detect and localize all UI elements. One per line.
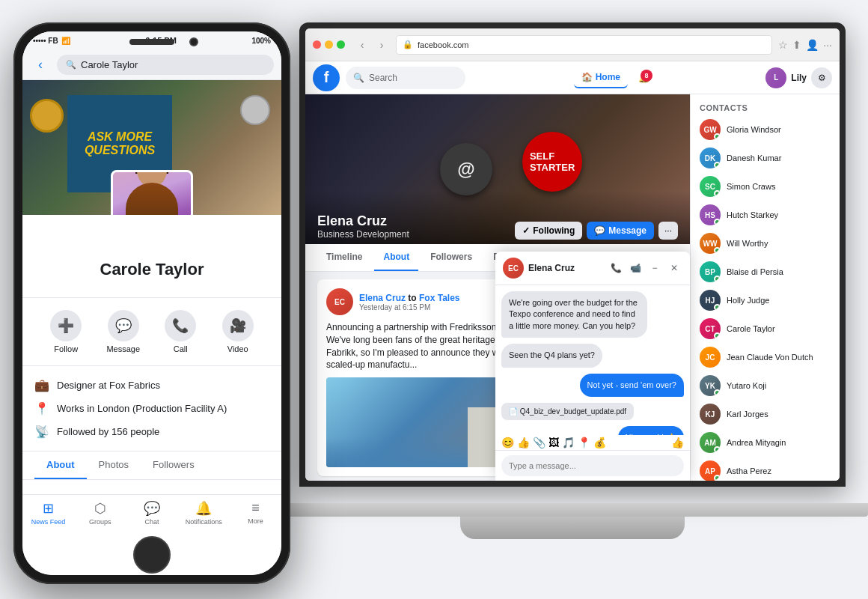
follow-button[interactable]: ➕ Follow (37, 304, 95, 359)
tab-about[interactable]: About (34, 451, 87, 479)
message-button[interactable]: 💬 Message (95, 304, 153, 359)
messenger-contact-name: Elena Cruz (528, 263, 603, 273)
groups-icon: ⬡ (94, 500, 106, 517)
home-button[interactable] (133, 536, 171, 574)
messenger-minimize-button[interactable]: − (647, 260, 663, 276)
phone-screen-container: ••••• FB 📶 6:15 PM 100% ‹ 🔍 Carole Taylo… (22, 31, 281, 575)
profile-picture[interactable] (111, 170, 193, 215)
tab-followers[interactable]: Followers (421, 244, 481, 271)
contact-will-worthy[interactable]: WW Will Worthy (691, 229, 840, 258)
user-profile-icon[interactable]: 👤 (806, 39, 819, 51)
back-button[interactable]: ‹ (30, 54, 51, 75)
contact-avatar: WW (700, 233, 721, 254)
initials: JC (700, 347, 721, 368)
nav-home[interactable]: 🏠 Home (574, 67, 628, 88)
contact-name: Danesh Kumar (727, 153, 781, 162)
poster-text: ASK MOREQUESTIONS (85, 130, 155, 156)
online-indicator (714, 190, 721, 197)
share-icon[interactable]: ⬆ (792, 39, 801, 51)
profile-info: Carole Taylor (22, 215, 281, 298)
fb-profile-subtitle: Business Development (317, 229, 409, 240)
bookmark-icon[interactable]: ☆ (778, 39, 788, 51)
laptop-frame: ‹ › 🔒 facebook.com ☆ ⬆ 👤 ··· f 🔍 (299, 22, 846, 487)
contact-holly-judge[interactable]: HJ Holly Judge (691, 286, 840, 314)
contact-jean-claude[interactable]: JC Jean Claude Von Dutch (691, 343, 840, 371)
back-nav-button[interactable]: ‹ (354, 37, 370, 53)
contact-hutch-starkey[interactable]: HS Hutch Starkey (691, 201, 840, 229)
forward-nav-button[interactable]: › (373, 37, 390, 53)
message-bubble: Nice work! 👍 (618, 426, 684, 435)
close-window-button[interactable] (313, 40, 321, 49)
phone-camera (189, 37, 198, 46)
messenger-initials: EC (503, 258, 524, 279)
online-indicator (714, 389, 721, 396)
contact-simon-craws[interactable]: SC Simon Craws (691, 172, 840, 201)
contact-danesh-kumar[interactable]: DK Danesh Kumar (691, 144, 840, 172)
emoji-button[interactable]: 👍 (517, 437, 530, 449)
menu-button[interactable]: ··· (823, 39, 832, 51)
contact-avatar: YK (700, 375, 721, 396)
notification-count: 8 (641, 70, 652, 82)
tab-about[interactable]: About (374, 244, 418, 271)
nav-chat[interactable]: 💬 Chat (126, 495, 177, 530)
home-icon: 🏠 (581, 72, 593, 82)
message-bubble: We're going over the budget for the Texp… (501, 291, 647, 338)
contact-andrea-mityagin[interactable]: AM Andrea Mityagin (691, 428, 840, 457)
fb-more-button[interactable]: ··· (658, 222, 678, 240)
nav-more[interactable]: ≡ More (230, 495, 281, 530)
minimize-window-button[interactable] (325, 40, 333, 49)
action-buttons: ➕ Follow 💬 Message 📞 Call 🎥 Video (22, 298, 281, 366)
post-target-link[interactable]: Fox Tales (419, 293, 459, 303)
video-button[interactable]: 🎥 Video (210, 304, 267, 359)
at-key-decor: @ (440, 143, 492, 195)
nav-news-feed[interactable]: ⊞ News Feed (22, 495, 74, 530)
phone-screen: ••••• FB 📶 6:15 PM 100% ‹ 🔍 Carole Taylo… (22, 31, 281, 575)
emoji-button[interactable]: 📎 (533, 437, 545, 449)
search-value: Carole Taylor (81, 59, 138, 70)
contact-carole-taylor[interactable]: CT Carole Taylor (691, 314, 840, 343)
emoji-button[interactable]: 💰 (593, 437, 606, 449)
address-bar[interactable]: 🔒 facebook.com (396, 35, 772, 55)
user-avatar[interactable]: L (765, 67, 786, 88)
nav-notifications-bell[interactable]: 🔔 8 (631, 68, 657, 88)
call-button[interactable]: 📞 Call (152, 304, 210, 359)
tab-followers[interactable]: Followers (141, 451, 207, 479)
emoji-button[interactable]: 🖼 (548, 437, 559, 449)
messenger-phone-button[interactable]: 📞 (608, 260, 624, 276)
tab-timeline[interactable]: Timeline (317, 244, 371, 271)
following-button[interactable]: ✓ Following (515, 222, 582, 240)
clock-right-decor (240, 95, 270, 125)
fb-message-button[interactable]: 💬 Message (587, 222, 654, 240)
search-field[interactable]: 🔍 Carole Taylor (57, 55, 274, 75)
contact-yutaro-koji[interactable]: YK Yutaro Koji (691, 371, 840, 400)
author-link[interactable]: Elena Cruz (359, 293, 406, 303)
messenger-messages: We're going over the budget for the Texp… (495, 285, 690, 435)
contact-blaise-di-persia[interactable]: BP Blaise di Persia (691, 258, 840, 286)
location-detail: 📍 Works in London (Production Facility A… (34, 397, 269, 420)
nav-notifications[interactable]: 🔔 Notifications (178, 495, 230, 530)
fb-search-bar[interactable]: 🔍 Search (346, 67, 465, 89)
contact-avatar: KJ (700, 404, 721, 425)
post-avatar-initials: EC (326, 288, 353, 315)
maximize-window-button[interactable] (337, 40, 345, 49)
messenger-input[interactable] (501, 455, 684, 476)
contact-avatar: JC (700, 347, 721, 368)
nav-groups[interactable]: ⬡ Groups (74, 495, 126, 530)
messenger-video-button[interactable]: 📹 (627, 260, 644, 276)
like-button[interactable]: 👍 (671, 437, 684, 449)
following-label: Following (533, 225, 575, 236)
messenger-contact-avatar: EC (503, 258, 524, 279)
online-indicator (714, 304, 721, 311)
contact-karl-jorges[interactable]: KJ Karl Jorges (691, 400, 840, 428)
tab-photos[interactable]: Photos (87, 451, 141, 479)
cover-photo: ASK MOREQUESTIONS (22, 80, 281, 215)
profile-tabs: About Photos Followers (22, 451, 281, 480)
settings-icon[interactable]: ⚙ (811, 67, 832, 88)
messenger-close-button[interactable]: ✕ (666, 260, 682, 276)
emoji-button[interactable]: 📍 (578, 437, 590, 449)
post-to-label: to (408, 293, 419, 303)
contact-gloria-windsor[interactable]: GW Gloria Windsor (691, 115, 840, 144)
emoji-button[interactable]: 😊 (501, 437, 514, 449)
emoji-button[interactable]: 🎵 (562, 437, 575, 449)
contact-astha-perez[interactable]: AP Astha Perez (691, 457, 840, 481)
